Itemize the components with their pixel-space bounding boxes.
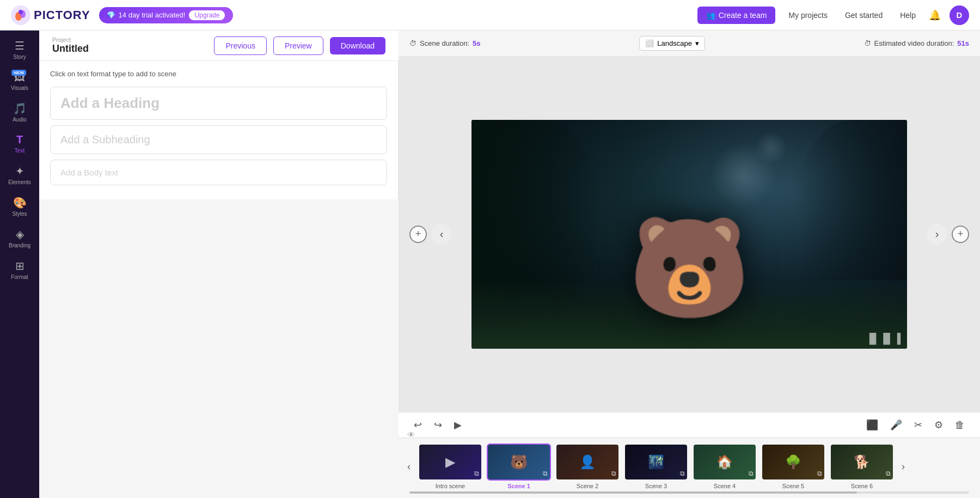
logo[interactable]: PICTORY — [11, 5, 90, 25]
scene-duration: ⏱ Scene duration: 5s — [409, 39, 481, 47]
scene1-label: Scene 1 — [507, 483, 530, 489]
sidebar: ☰ Story 🖼 NEW Visuals 🎵 Audio T Text — [0, 31, 39, 498]
add-scene-left-button[interactable]: + — [409, 226, 427, 243]
scene4-label: Scene 4 — [714, 483, 736, 489]
previous-button[interactable]: Previous — [214, 37, 266, 55]
timeline-scroll: ▶ ⧉ Intro scene 🐻 ⧉ — [413, 444, 899, 489]
landscape-label: Landscape — [657, 39, 692, 47]
redo-button[interactable]: ↪ — [430, 417, 446, 433]
scene-duration-label: Scene duration: — [420, 39, 469, 47]
sidebar-label-text: Text — [15, 148, 24, 154]
branding-icon: ◈ — [16, 228, 24, 240]
create-team-button[interactable]: 👥 Create a team — [697, 7, 776, 24]
scene-thumb-5[interactable]: 🌳 ⧉ Scene 5 — [761, 444, 825, 489]
upgrade-button[interactable]: Upgrade — [188, 10, 225, 21]
avatar[interactable]: D — [950, 5, 969, 25]
scene2-icon: 👤 — [579, 454, 596, 470]
timeline-next-button[interactable]: › — [899, 461, 907, 472]
scene-thumb-6[interactable]: 🐕 ⧉ Scene 6 — [830, 444, 894, 489]
mic-button[interactable]: 🎤 — [886, 417, 906, 433]
trial-icon: 💎 — [107, 11, 115, 19]
help-link[interactable]: Help — [896, 8, 920, 23]
canvas-top-bar: ⏱ Scene duration: 5s ⬜ Landscape ▾ ⏱ Est… — [399, 31, 980, 56]
clock-icon: ⏱ — [409, 39, 416, 47]
canvas-viewport: + ‹ 🐻 ▐▌▐▌▐ — [399, 56, 980, 412]
estimated-label: Estimated video duration: — [874, 39, 954, 47]
sidebar-label-styles: Styles — [12, 211, 27, 217]
scene-thumb-4[interactable]: 🏠 ⧉ Scene 4 — [693, 444, 757, 489]
scissors-button[interactable]: ✂ — [910, 417, 927, 433]
scene3-thumb: 🌃 ⧉ — [624, 444, 688, 481]
scene3-icon: 🌃 — [648, 454, 664, 470]
sidebar-item-elements[interactable]: ✦ Elements — [2, 160, 37, 190]
sidebar-item-text[interactable]: T Text — [2, 129, 37, 158]
logo-text: PICTORY — [34, 8, 90, 22]
intro-label: Intro scene — [436, 483, 465, 489]
captions-button[interactable]: ⬛ — [862, 417, 883, 433]
project-title: Untitled — [52, 43, 89, 54]
bell-icon: 🔔 — [929, 10, 941, 21]
trial-text: 14 day trial activated! — [119, 11, 186, 19]
scene1-bear-icon: 🐻 — [510, 454, 528, 471]
timer-icon: ⏱ — [864, 39, 871, 47]
play-button[interactable]: ▶ — [450, 417, 466, 433]
panel-instruction: Click on text format type to add to scen… — [50, 70, 387, 78]
sidebar-item-visuals[interactable]: 🖼 NEW Visuals — [2, 66, 37, 95]
scene6-label: Scene 6 — [851, 483, 873, 489]
notification-button[interactable]: 🔔 — [929, 9, 941, 21]
next-scene-button[interactable]: › — [927, 224, 947, 245]
settings-button[interactable]: ⚙ — [930, 417, 947, 433]
intro-thumb: ▶ ⧉ — [418, 444, 482, 481]
trial-badge: 💎 14 day trial activated! Upgrade — [99, 7, 234, 23]
delete-button[interactable]: 🗑 — [951, 417, 969, 433]
landscape-selector[interactable]: ⬜ Landscape ▾ — [639, 36, 705, 51]
elements-icon: ✦ — [15, 165, 24, 177]
download-button[interactable]: Download — [330, 37, 385, 54]
heading-card[interactable]: Add a Heading — [50, 87, 387, 120]
scene-duration-value: 5s — [473, 39, 480, 47]
new-badge: NEW — [11, 70, 26, 76]
my-projects-link[interactable]: My projects — [784, 8, 832, 23]
scene6-stack-icon: ⧉ — [886, 470, 891, 477]
scene6-thumb: 🐕 ⧉ — [830, 444, 894, 481]
visibility-icon: 👁 — [407, 430, 415, 439]
sidebar-item-styles[interactable]: 🎨 Styles — [2, 192, 37, 221]
subheading-card[interactable]: Add a Subheading — [50, 125, 387, 154]
sidebar-item-format[interactable]: ⊞ Format — [2, 255, 37, 284]
add-scene-right-button[interactable]: + — [952, 226, 969, 243]
prev-scene-button[interactable]: ‹ — [431, 224, 452, 245]
text-panel: Click on text format type to add to scen… — [39, 61, 399, 199]
scene-thumb-2[interactable]: 👤 ⧉ Scene 2 — [555, 444, 620, 489]
scene5-thumb: 🌳 ⧉ — [761, 444, 825, 481]
main-area: ☰ Story 🖼 NEW Visuals 🎵 Audio T Text — [0, 31, 980, 498]
body-card[interactable]: Add a Body text — [50, 160, 387, 185]
timeline-prev-button[interactable]: ‹ — [405, 461, 413, 472]
scene1-thumb: 🐻 ⧉ — [487, 444, 551, 481]
timeline: 👁 ‹ ▶ ⧉ Intro scene — [399, 438, 980, 498]
scene1-stack-icon: ⧉ — [543, 470, 548, 477]
content-area: ⏱ Scene duration: 5s ⬜ Landscape ▾ ⏱ Est… — [399, 31, 980, 498]
sidebar-label-audio: Audio — [13, 117, 27, 123]
scene-thumb-intro[interactable]: ▶ ⧉ Intro scene — [418, 444, 482, 489]
scene-thumb-1[interactable]: 🐻 ⧉ Scene 1 — [487, 444, 551, 489]
bear-image: 🐻 — [628, 210, 751, 326]
get-started-link[interactable]: Get started — [841, 8, 887, 23]
timeline-scrollbar — [409, 491, 969, 494]
scene-thumb-3[interactable]: 🌃 ⧉ Scene 3 — [624, 444, 688, 489]
sidebar-item-audio[interactable]: 🎵 Audio — [2, 98, 37, 127]
audio-icon: 🎵 — [13, 102, 27, 114]
bear-scene: 🐻 ▐▌▐▌▐ — [471, 120, 907, 349]
sidebar-label-visuals: Visuals — [11, 85, 28, 91]
logo-icon — [11, 5, 30, 25]
canvas-toolbar: ↩ ↪ ▶ ⬛ 🎤 ✂ ⚙ 🗑 — [399, 412, 980, 438]
estimated-duration: ⏱ Estimated video duration: 51s — [864, 39, 969, 47]
scene4-thumb: 🏠 ⧉ — [693, 444, 757, 481]
sidebar-item-branding[interactable]: ◈ Branding — [2, 223, 37, 253]
scene2-label: Scene 2 — [577, 483, 598, 489]
top-header: PICTORY 💎 14 day trial activated! Upgrad… — [0, 0, 980, 31]
sidebar-item-story[interactable]: ☰ Story — [2, 35, 37, 64]
scene5-label: Scene 5 — [782, 483, 804, 489]
text-formats: Click on text format type to add to scen… — [39, 61, 398, 199]
scene2-thumb: 👤 ⧉ — [555, 444, 620, 481]
preview-button[interactable]: Preview — [273, 37, 323, 55]
